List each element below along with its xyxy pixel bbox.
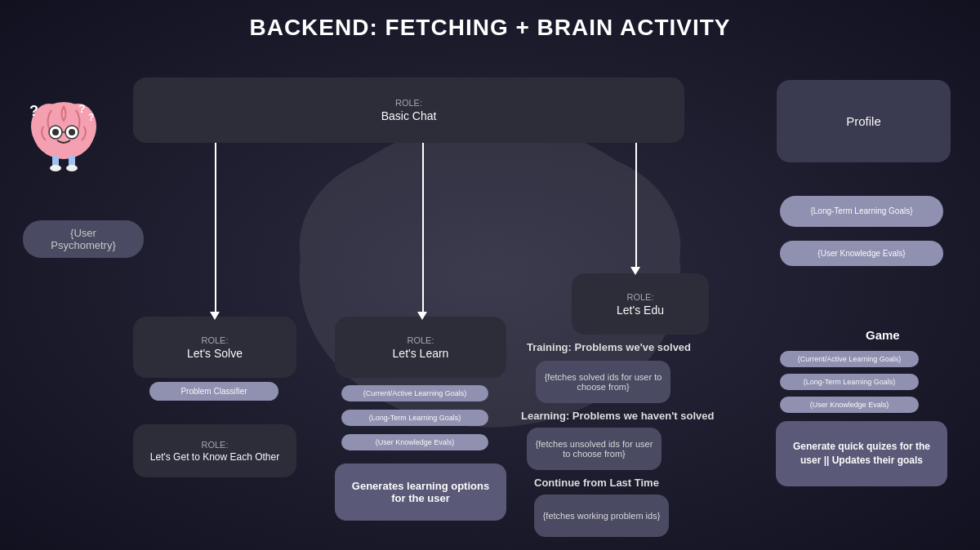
lets-learn-role-name: Let's Learn: [393, 347, 449, 360]
lets-edu-role-name: Let's Edu: [617, 304, 664, 317]
profile-box: Profile: [777, 80, 951, 162]
svg-point-9: [52, 129, 59, 135]
user-psychometry-pill: {User Psychometry}: [23, 220, 144, 258]
lets-solve-role-name: Let's Solve: [187, 347, 243, 360]
lets-learn-role-label: ROLE:: [407, 335, 434, 345]
problem-classifier-pill: Problem Classifier: [149, 382, 278, 401]
svg-point-14: [50, 165, 61, 171]
long-term-goals-pill: {Long-Term Learning Goals}: [780, 196, 943, 227]
game-label: Game: [866, 328, 900, 342]
lets-learn-pill-1: (Current/Active Learning Goals): [341, 385, 488, 401]
game-generate-box: Generate quick quizes for the user || Up…: [776, 421, 947, 486]
game-pill-1: (Current/Active Learning Goals): [780, 351, 919, 367]
game-pill-3: (User Knowledge Evals): [780, 397, 919, 413]
basic-chat-role-name: Basic Chat: [381, 109, 437, 122]
arrow-to-edu: [635, 143, 637, 269]
lets-get-know-role-label: ROLE:: [201, 440, 228, 450]
learning-unsolved-label: Learning: Problems we haven't solved: [521, 410, 714, 422]
lets-get-know-role-name: Let's Get to Know Each Other: [150, 451, 279, 463]
svg-text:?: ?: [29, 103, 38, 119]
brain-character: ? ? ?: [23, 90, 105, 180]
arrowhead-edu: [630, 267, 640, 275]
lets-edu-box: ROLE: Let's Edu: [572, 273, 709, 335]
arrow-basic-to-learn: [422, 143, 424, 314]
user-knowledge-evals-pill: {User Knowledge Evals}: [780, 241, 943, 266]
lets-get-know-box: ROLE: Let's Get to Know Each Other: [133, 424, 296, 477]
svg-text:?: ?: [88, 112, 94, 123]
arrow-basic-to-solve: [215, 143, 216, 314]
arrowhead-solve: [210, 312, 220, 320]
lets-learn-pill-2: (Long-Term Learning Goals): [341, 410, 488, 426]
lets-learn-pill-3: (User Knowledge Evals): [341, 434, 488, 450]
svg-point-10: [69, 129, 75, 135]
page-title: BACKEND: FETCHING + BRAIN ACTIVITY: [0, 0, 980, 49]
training-fetch-box: {fetches solved ids for user to choose f…: [536, 361, 670, 403]
continue-label: Continue from Last Time: [534, 477, 659, 489]
lets-edu-role-label: ROLE:: [626, 292, 653, 302]
lets-learn-box: ROLE: Let's Learn: [335, 317, 506, 378]
basic-chat-role-label: ROLE:: [395, 98, 422, 108]
generates-learning-box: Generates learning options for the user: [335, 464, 506, 521]
training-label: Training: Problems we've solved: [527, 341, 691, 353]
lets-solve-role-label: ROLE:: [201, 335, 228, 345]
svg-text:?: ?: [78, 102, 86, 115]
main-content: BACKEND: FETCHING + BRAIN ACTIVITY: [0, 0, 980, 550]
basic-chat-box: ROLE: Basic Chat: [133, 78, 684, 143]
continue-fetch-box: {fetches working problem ids}: [534, 495, 669, 537]
game-pill-2: (Long-Term Learning Goals): [780, 374, 919, 390]
arrowhead-learn: [417, 312, 427, 320]
svg-point-15: [66, 165, 78, 171]
learning-fetch-box: {fetches unsolved ids for user to choose…: [527, 428, 662, 470]
lets-solve-box: ROLE: Let's Solve: [133, 317, 296, 378]
